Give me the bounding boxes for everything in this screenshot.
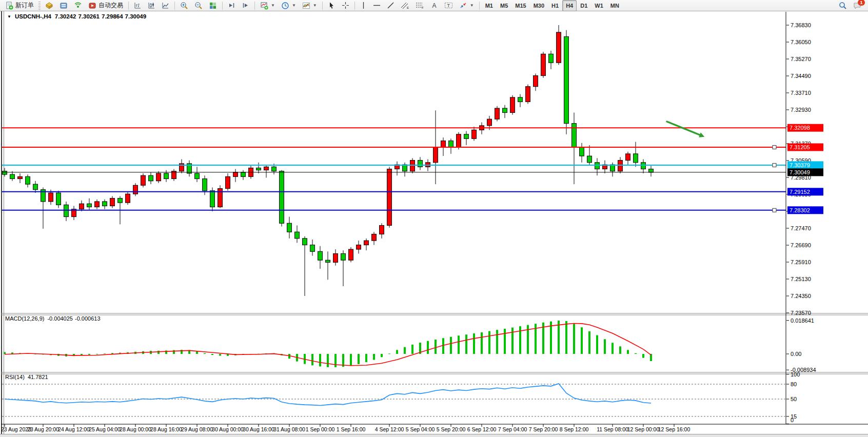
rsi-value: 41.7821 — [28, 374, 48, 380]
timeframe-M15[interactable]: M15 — [511, 0, 529, 11]
fibonacci-tool-button[interactable]: F — [412, 0, 427, 11]
svg-text:7.28302: 7.28302 — [790, 207, 810, 213]
macd-name: MACD(12,26,9) — [5, 315, 44, 322]
arrows-tool-button[interactable]: ▼ — [456, 0, 477, 11]
cursor-tool-button[interactable] — [325, 0, 339, 11]
dropdown-arrow-icon: ▼ — [292, 3, 296, 8]
market-watch-button[interactable] — [42, 0, 56, 11]
auto-scroll-button[interactable] — [225, 0, 239, 11]
new-order-icon — [5, 2, 13, 10]
svg-text:24 Aug 12:00: 24 Aug 12:00 — [58, 426, 90, 432]
svg-text:7.33710: 7.33710 — [791, 90, 811, 96]
zoom-out-button[interactable] — [191, 0, 206, 11]
zoom-in-button[interactable] — [177, 0, 191, 11]
signals-icon — [74, 2, 82, 10]
svg-text:0: 0 — [791, 417, 794, 423]
timeframe-H1[interactable]: H1 — [548, 0, 562, 11]
svg-text:0.00: 0.00 — [791, 351, 801, 357]
toolbar-grip — [38, 2, 41, 10]
text-label-icon: T — [444, 2, 453, 9]
dropdown-arrow-icon: ▼ — [470, 3, 474, 8]
text-tool-button[interactable]: A — [427, 0, 441, 11]
search-button[interactable] — [836, 0, 850, 11]
svg-text:7.24350: 7.24350 — [791, 293, 811, 299]
svg-text:5 Sep 20:00: 5 Sep 20:00 — [437, 426, 466, 432]
autotrading-icon — [88, 2, 96, 10]
svg-text:23 Aug 20:00: 23 Aug 20:00 — [27, 426, 59, 432]
fibonacci-icon: F — [416, 2, 424, 9]
timeframe-H4[interactable]: H4 — [562, 0, 577, 11]
svg-text:30 Aug 16:00: 30 Aug 16:00 — [243, 426, 274, 432]
timeframe-D1[interactable]: D1 — [577, 0, 591, 11]
svg-text:A: A — [432, 2, 436, 9]
bar-chart-button[interactable] — [131, 0, 145, 11]
svg-text:7.25130: 7.25130 — [791, 276, 811, 282]
svg-text:30 Aug 00:00: 30 Aug 00:00 — [212, 426, 244, 432]
chart-dropdown-icon[interactable]: ▼ — [7, 14, 11, 19]
indicators-button[interactable]: ▼ — [299, 0, 320, 11]
svg-text:7.25910: 7.25910 — [791, 259, 811, 265]
toolbar-separator — [222, 2, 223, 10]
vertical-line-tool-button[interactable] — [357, 0, 370, 11]
text-label-tool-button[interactable]: T — [441, 0, 456, 11]
svg-text:6 Sep 12:00: 6 Sep 12:00 — [467, 426, 497, 432]
svg-text:7 Sep 20:00: 7 Sep 20:00 — [529, 426, 558, 432]
chart-shift-button[interactable] — [239, 0, 252, 11]
data-window-icon — [60, 2, 68, 10]
window-bottom-border — [0, 434, 868, 437]
svg-text:7.30049: 7.30049 — [790, 169, 810, 175]
horizontal-line-tool-button[interactable] — [370, 0, 384, 11]
ohlc-high: 7.30261 — [78, 13, 100, 19]
chart-title: ▼ USDCNH-,H4 7.30242 7.30261 7.29864 7.3… — [7, 13, 146, 19]
svg-text:7.35270: 7.35270 — [791, 56, 811, 62]
signals-button[interactable] — [71, 0, 85, 11]
svg-text:25 Aug 04:00: 25 Aug 04:00 — [89, 426, 121, 432]
timeframe-M30[interactable]: M30 — [530, 0, 548, 11]
new-chart-button[interactable]: ▼ — [257, 0, 278, 11]
mt4-application: 新订单 自动交易 — [0, 0, 868, 437]
vertical-line-icon — [360, 2, 367, 9]
chart-canvas[interactable]: 7.368307.360507.352707.344907.337107.329… — [0, 11, 868, 437]
svg-text:8 Sep 12:00: 8 Sep 12:00 — [560, 426, 589, 432]
macd-main-value: -0.004025 — [47, 315, 73, 322]
periods-button[interactable]: ▼ — [278, 0, 299, 11]
candlestick-chart-button[interactable] — [145, 0, 159, 11]
svg-text:7.32930: 7.32930 — [791, 107, 811, 113]
new-chart-icon — [260, 2, 268, 10]
toolbar-separator — [128, 2, 129, 10]
ohlc-open: 7.30242 — [55, 13, 76, 19]
svg-text:5 Sep 04:00: 5 Sep 04:00 — [406, 426, 435, 432]
svg-text:7.32098: 7.32098 — [790, 125, 810, 131]
timeframe-M5[interactable]: M5 — [497, 0, 511, 11]
indicators-icon — [302, 2, 310, 10]
macd-signal-value: -0.000613 — [75, 315, 101, 322]
arrows-icon — [459, 2, 467, 9]
svg-text:11 Sep 08:00: 11 Sep 08:00 — [597, 426, 628, 432]
svg-text:7.27470: 7.27470 — [791, 225, 811, 231]
tile-windows-button[interactable] — [206, 0, 220, 11]
rsi-name: RSI(14) — [5, 374, 25, 380]
timeframe-W1[interactable]: W1 — [591, 0, 607, 11]
timeframe-M1[interactable]: M1 — [482, 0, 497, 11]
data-window-button[interactable] — [56, 0, 71, 11]
dropdown-arrow-icon: ▼ — [313, 3, 317, 8]
ohlc-close: 7.30049 — [125, 13, 147, 19]
svg-text:29 Aug 08:00: 29 Aug 08:00 — [181, 426, 213, 432]
svg-text:50: 50 — [791, 396, 797, 402]
symbol-period-label: USDCNH-,H4 — [15, 13, 51, 19]
autotrading-button[interactable]: 自动交易 — [85, 0, 126, 11]
text-icon: A — [430, 2, 438, 9]
channel-tool-button[interactable]: E — [398, 0, 412, 11]
tile-windows-icon — [209, 2, 217, 10]
timeframe-MN[interactable]: MN — [607, 0, 623, 11]
line-chart-button[interactable] — [159, 0, 172, 11]
bar-chart-icon — [134, 2, 142, 9]
crosshair-tool-button[interactable] — [339, 0, 352, 11]
new-order-button[interactable]: 新订单 — [2, 0, 37, 11]
svg-text:80: 80 — [791, 381, 797, 387]
toolbar-separator — [479, 2, 480, 10]
equidistant-channel-icon: E — [401, 2, 409, 9]
notifications-button[interactable]: 1 — [850, 0, 865, 11]
trendline-tool-button[interactable] — [384, 0, 398, 11]
line-chart-icon — [162, 2, 169, 9]
